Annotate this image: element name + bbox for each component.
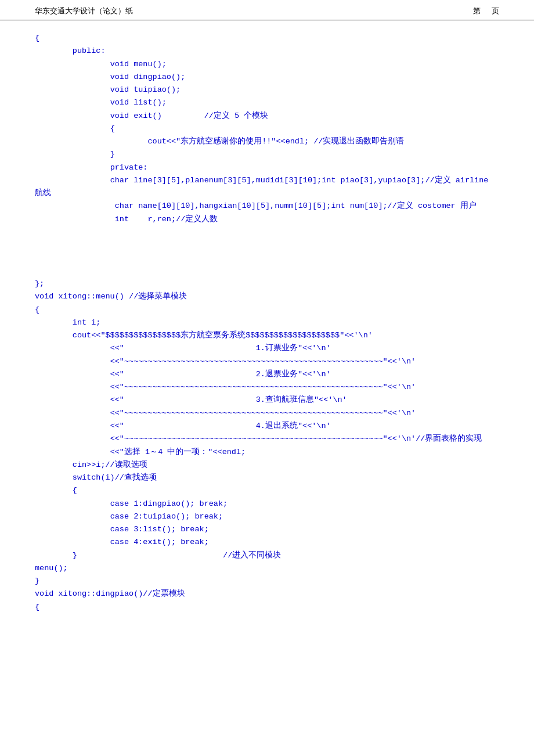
code-line: void dingpiao(); bbox=[35, 71, 499, 84]
code-line: void tuipiao(); bbox=[35, 84, 499, 96]
code-line: }; bbox=[35, 278, 499, 290]
header-page-label: 第 bbox=[473, 6, 481, 15]
code-line: } bbox=[35, 575, 499, 588]
code-line: <<" 4.退出系统"<<'\n' bbox=[35, 420, 499, 433]
header-page: 第 页 bbox=[473, 6, 500, 16]
code-line: <<"~~~~~~~~~~~~~~~~~~~~~~~~~~~~~~~~~~~~~… bbox=[35, 355, 499, 368]
code-line: cout<<"$$$$$$$$$$$$$$$$东方航空票务系统$$$$$$$$$… bbox=[35, 329, 499, 342]
code-line: { bbox=[35, 484, 499, 497]
code-line: { bbox=[35, 32, 499, 45]
code-line: } bbox=[35, 148, 499, 161]
page-header: 华东交通大学设计（论文）纸 第 页 bbox=[0, 0, 534, 20]
code-line: case 1:dingpiao(); break; bbox=[35, 498, 499, 510]
code-line bbox=[35, 252, 499, 265]
code-line: void list(); bbox=[35, 96, 499, 109]
code-line: void exit() //定义 5 个模块 bbox=[35, 110, 499, 123]
code-line: menu(); bbox=[35, 562, 499, 575]
code-line: <<"~~~~~~~~~~~~~~~~~~~~~~~~~~~~~~~~~~~~~… bbox=[35, 407, 499, 420]
code-line: void menu(); bbox=[35, 58, 499, 71]
code-line: <<" 3.查询航班信息"<<'\n' bbox=[35, 394, 499, 406]
code-line: <<"选择 1～4 中的一项："<<endl; bbox=[35, 446, 499, 459]
code-line bbox=[35, 239, 499, 251]
code-line: char line[3][5],planenum[3][5],mudidi[3]… bbox=[35, 174, 499, 200]
code-area: { public: void menu(); void dingpiao(); … bbox=[0, 20, 534, 625]
code-line: { bbox=[35, 304, 499, 316]
code-line: case 3:list(); break; bbox=[35, 523, 499, 536]
code-line: <<"~~~~~~~~~~~~~~~~~~~~~~~~~~~~~~~~~~~~~… bbox=[35, 381, 499, 394]
code-line: cin>>i;//读取选项 bbox=[35, 459, 499, 471]
code-line: void xitong::dingpiao()//定票模块 bbox=[35, 588, 499, 600]
code-line: cout<<"东方航空感谢你的使用!!"<<endl; //实现退出函数即告别语 bbox=[35, 135, 499, 148]
code-line: <<"~~~~~~~~~~~~~~~~~~~~~~~~~~~~~~~~~~~~~… bbox=[35, 433, 499, 445]
code-line: <<" 2.退票业务"<<'\n' bbox=[35, 368, 499, 381]
code-line bbox=[35, 265, 499, 278]
page-container: 华东交通大学设计（论文）纸 第 页 { public: void menu();… bbox=[0, 0, 534, 756]
header-title: 华东交通大学设计（论文）纸 bbox=[35, 6, 133, 16]
header-page-number: 页 bbox=[492, 6, 499, 15]
code-line: switch(i)//查找选项 bbox=[35, 471, 499, 484]
code-line: public: bbox=[35, 45, 499, 57]
code-line: void xitong::menu() //选择菜单模块 bbox=[35, 290, 499, 303]
code-line: int i; bbox=[35, 316, 499, 329]
code-line: case 2:tuipiao(); break; bbox=[35, 510, 499, 523]
code-line: { bbox=[35, 601, 499, 614]
code-line bbox=[35, 226, 499, 239]
code-line: int r,ren;//定义人数 bbox=[35, 213, 499, 226]
code-line: char name[10][10],hangxian[10][5],numm[1… bbox=[35, 200, 499, 213]
code-line: case 4:exit(); break; bbox=[35, 536, 499, 549]
code-line: { bbox=[35, 123, 499, 135]
code-line: private: bbox=[35, 161, 499, 174]
code-line: } //进入不同模块 bbox=[35, 549, 499, 562]
code-line: <<" 1.订票业务"<<'\n' bbox=[35, 342, 499, 355]
